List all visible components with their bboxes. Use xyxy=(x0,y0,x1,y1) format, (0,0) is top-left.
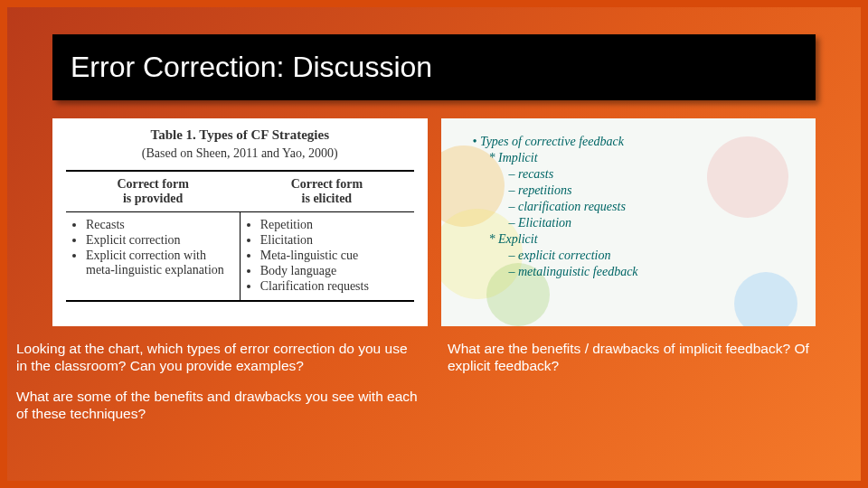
slide-title: Error Correction: Discussion xyxy=(71,51,797,84)
list-item: Explicit correction with meta-linguistic… xyxy=(86,249,236,277)
list-item: – Elicitation xyxy=(509,216,796,230)
question-3: What are the benefits / drawbacks of imp… xyxy=(448,340,852,375)
cf-strategies-table-panel: Table 1. Types of CF Strategies (Based o… xyxy=(52,118,428,326)
list-item: – recasts xyxy=(509,167,796,182)
implicit-label: * Implicit xyxy=(489,151,796,165)
list-item: – repetitions xyxy=(509,183,796,198)
questions-right: What are the benefits / drawbacks of imp… xyxy=(448,340,852,436)
discussion-questions: Looking at the chart, which types of err… xyxy=(7,326,861,436)
list-item: Recasts xyxy=(86,218,236,232)
list-item: Repetition xyxy=(260,218,410,232)
list-item: – clarification requests xyxy=(509,200,796,214)
table-caption-line2: (Based on Sheen, 2011 and Yao, 2000) xyxy=(66,146,414,161)
feedback-types-text: • Types of corrective feedback * Implici… xyxy=(455,127,803,288)
table-caption-line1: Table 1. Types of CF Strategies xyxy=(66,127,414,143)
list-item: Elicitation xyxy=(260,233,410,248)
list-item: Meta-linguistic cue xyxy=(260,249,410,263)
explicit-label: * Explicit xyxy=(489,232,796,247)
col-header-elicited: Correct formis elicited xyxy=(240,171,413,212)
list-item: – explicit correction xyxy=(509,249,796,263)
list-item: – metalinguistic feedback xyxy=(509,265,796,279)
list-item: Body language xyxy=(260,264,410,278)
question-2: What are some of the benefits and drawba… xyxy=(16,388,420,423)
cf-strategies-table: Correct formis provided Correct formis e… xyxy=(66,170,414,302)
feedback-types-panel: • Types of corrective feedback * Implici… xyxy=(441,118,816,326)
feedback-heading: • Types of corrective feedback xyxy=(473,135,796,149)
provided-list: Recasts Explicit correction Explicit cor… xyxy=(70,218,236,277)
questions-left: Looking at the chart, which types of err… xyxy=(16,340,420,436)
content-row: Table 1. Types of CF Strategies (Based o… xyxy=(7,118,861,326)
question-1: Looking at the chart, which types of err… xyxy=(16,340,420,375)
table-row: Recasts Explicit correction Explicit cor… xyxy=(66,212,414,302)
list-item: Explicit correction xyxy=(86,233,236,248)
col-header-provided: Correct formis provided xyxy=(66,171,240,212)
title-bar: Error Correction: Discussion xyxy=(52,34,816,100)
list-item: Clarification requests xyxy=(260,279,410,294)
elicited-list: Repetition Elicitation Meta-linguistic c… xyxy=(244,218,410,294)
